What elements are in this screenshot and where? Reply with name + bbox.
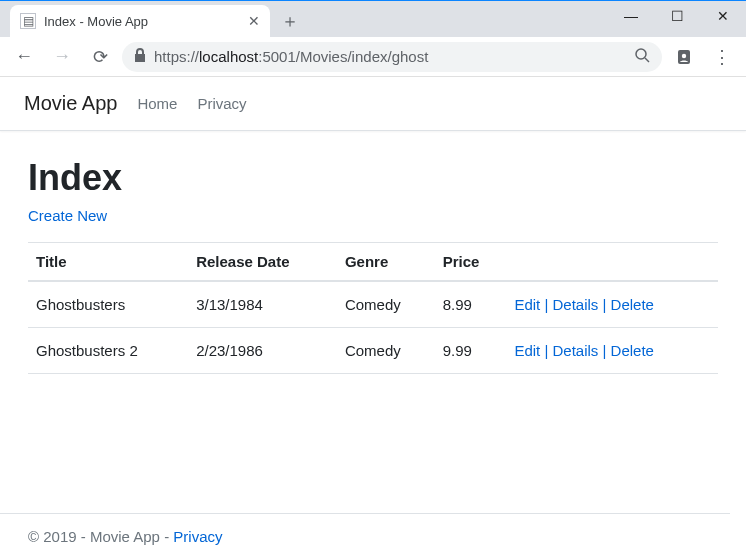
- cell-genre: Comedy: [337, 281, 435, 328]
- page-title: Index: [28, 157, 718, 199]
- table-header-row: Title Release Date Genre Price: [28, 243, 718, 282]
- footer-privacy-link[interactable]: Privacy: [173, 528, 222, 545]
- cell-title: Ghostbusters: [28, 281, 188, 328]
- browser-titlebar: ▤ Index - Movie App ✕ ＋ — ☐ ✕: [0, 1, 746, 37]
- details-link[interactable]: Details: [552, 342, 598, 359]
- search-icon[interactable]: [634, 47, 650, 67]
- delete-link[interactable]: Delete: [611, 296, 654, 313]
- site-navbar: Movie App Home Privacy: [0, 77, 746, 131]
- close-window-button[interactable]: ✕: [700, 1, 746, 31]
- lock-icon: [134, 48, 146, 65]
- maximize-button[interactable]: ☐: [654, 1, 700, 31]
- cell-title: Ghostbusters 2: [28, 328, 188, 374]
- browser-tab[interactable]: ▤ Index - Movie App ✕: [10, 5, 270, 37]
- nav-privacy[interactable]: Privacy: [197, 95, 246, 112]
- svg-point-0: [636, 49, 646, 59]
- svg-point-3: [682, 53, 686, 57]
- cell-genre: Comedy: [337, 328, 435, 374]
- svg-line-1: [645, 58, 649, 62]
- window-controls: — ☐ ✕: [608, 1, 746, 31]
- close-tab-icon[interactable]: ✕: [248, 13, 260, 29]
- cell-price: 8.99: [435, 281, 507, 328]
- col-price: Price: [435, 243, 507, 282]
- menu-button[interactable]: ⋮: [706, 41, 738, 73]
- forward-button[interactable]: →: [46, 41, 78, 73]
- table-row: Ghostbusters3/13/1984Comedy8.99Edit | De…: [28, 281, 718, 328]
- edit-link[interactable]: Edit: [514, 296, 540, 313]
- delete-link[interactable]: Delete: [611, 342, 654, 359]
- col-genre: Genre: [337, 243, 435, 282]
- cell-actions: Edit | Details | Delete: [506, 281, 718, 328]
- col-release: Release Date: [188, 243, 337, 282]
- details-link[interactable]: Details: [552, 296, 598, 313]
- page-body: Index Create New Title Release Date Genr…: [0, 131, 746, 454]
- file-icon: ▤: [20, 13, 36, 29]
- minimize-button[interactable]: —: [608, 1, 654, 31]
- tab-title: Index - Movie App: [44, 14, 240, 29]
- cell-release: 3/13/1984: [188, 281, 337, 328]
- nav-home[interactable]: Home: [137, 95, 177, 112]
- url-text: https://localhost:5001/Movies/index/ghos…: [154, 48, 428, 65]
- cell-price: 9.99: [435, 328, 507, 374]
- col-actions: [506, 243, 718, 282]
- browser-toolbar: ← → ⟳ https://localhost:5001/Movies/inde…: [0, 37, 746, 77]
- footer-text: © 2019 - Movie App -: [28, 528, 173, 545]
- account-icon[interactable]: [668, 41, 700, 73]
- create-new-link[interactable]: Create New: [28, 207, 107, 224]
- col-title: Title: [28, 243, 188, 282]
- address-bar[interactable]: https://localhost:5001/Movies/index/ghos…: [122, 42, 662, 72]
- cell-actions: Edit | Details | Delete: [506, 328, 718, 374]
- table-row: Ghostbusters 22/23/1986Comedy9.99Edit | …: [28, 328, 718, 374]
- cell-release: 2/23/1986: [188, 328, 337, 374]
- reload-button[interactable]: ⟳: [84, 41, 116, 73]
- edit-link[interactable]: Edit: [514, 342, 540, 359]
- back-button[interactable]: ←: [8, 41, 40, 73]
- page-viewport: Movie App Home Privacy Index Create New …: [0, 77, 746, 559]
- footer: © 2019 - Movie App - Privacy: [0, 513, 730, 559]
- movies-table: Title Release Date Genre Price Ghostbust…: [28, 242, 718, 374]
- new-tab-button[interactable]: ＋: [276, 7, 304, 35]
- brand[interactable]: Movie App: [24, 92, 117, 115]
